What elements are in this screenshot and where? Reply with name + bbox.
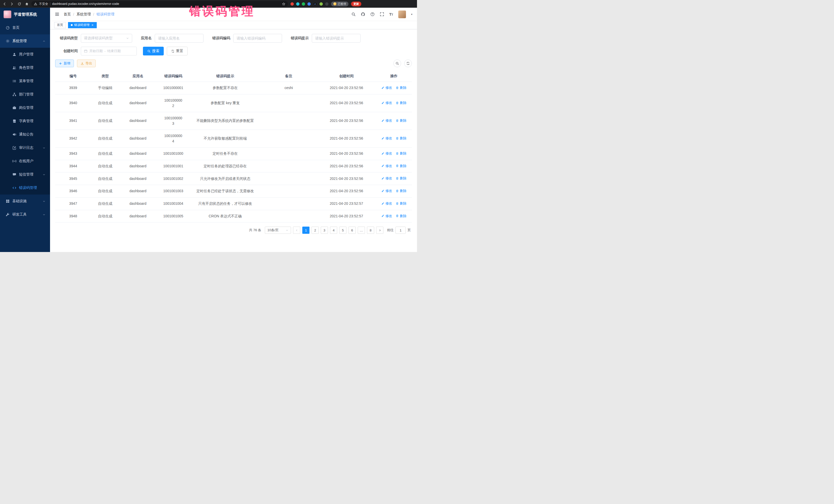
sidebar-item-users[interactable]: 用户管理 <box>0 48 50 61</box>
chrome-update-button[interactable]: 更新 <box>351 2 361 6</box>
refresh-table-button[interactable] <box>404 60 412 67</box>
sidebar-item-home[interactable]: 首页 <box>0 21 50 35</box>
sidebar-item-notice[interactable]: 通知公告 <box>0 128 50 141</box>
page-button-8[interactable]: 8 <box>367 226 374 234</box>
sidebar-item-menus[interactable]: 菜单管理 <box>0 74 50 88</box>
wrench-icon <box>6 213 10 217</box>
page-button-4[interactable]: 4 <box>330 226 337 234</box>
sidebar-item-dictionary[interactable]: 字典管理 <box>0 114 50 128</box>
prev-page-button[interactable] <box>293 226 300 234</box>
back-icon[interactable] <box>3 2 6 6</box>
forward-icon[interactable] <box>10 2 14 6</box>
breadcrumb-system[interactable]: 系统管理 <box>76 12 91 17</box>
breadcrumb-home[interactable]: 首页 <box>64 12 71 17</box>
delete-button[interactable]: 删除 <box>396 85 407 90</box>
browser-home-icon[interactable] <box>25 2 29 6</box>
hamburger-icon[interactable] <box>54 12 60 17</box>
sidebar-item-error-code[interactable]: 错误码管理 <box>0 181 50 195</box>
avatar-caret-icon[interactable]: ▾ <box>411 13 412 16</box>
cell-time: 2021-04-20 23:52:56 <box>317 112 376 130</box>
close-icon[interactable] <box>91 24 94 26</box>
sidebar-item-infrastructure[interactable]: 基础设施 <box>0 195 50 208</box>
cell-actions: 修改 删除 <box>376 197 412 210</box>
tag-home[interactable]: 首页 <box>54 22 66 28</box>
help-icon[interactable] <box>370 12 375 17</box>
error-code-table: 编号 类型 应用名 错误码编码 错误码提示 备注 创建时间 操作 3939 手动… <box>55 71 412 222</box>
export-button[interactable]: 导出 <box>77 60 96 67</box>
delete-button[interactable]: 删除 <box>396 176 407 181</box>
page-button-3[interactable]: 3 <box>321 226 328 234</box>
page-ellipsis-button[interactable]: … <box>358 226 365 234</box>
sidebar-item-departments[interactable]: 部门管理 <box>0 88 50 101</box>
reset-button[interactable]: 重置 <box>167 47 188 56</box>
trash-icon <box>396 101 399 105</box>
fullscreen-icon[interactable] <box>380 12 384 17</box>
edit-button[interactable]: 修改 <box>381 136 392 141</box>
sidebar-item-roles[interactable]: 角色管理 <box>0 61 50 74</box>
delete-button[interactable]: 删除 <box>396 201 407 206</box>
goto-page-input[interactable] <box>395 226 406 234</box>
sidebar-item-dev-tools[interactable]: 研发工具 <box>0 208 50 221</box>
edit-button[interactable]: 修改 <box>381 100 392 106</box>
filter-code-label: 错误码编码 <box>212 36 230 41</box>
font-size-icon[interactable]: TT <box>389 12 393 16</box>
extension-icon[interactable] <box>296 2 300 6</box>
sidebar-item-system[interactable]: 系统管理 <box>0 35 50 48</box>
delete-button[interactable]: 删除 <box>396 100 407 106</box>
extension-icon[interactable] <box>307 2 311 6</box>
error-code-input[interactable] <box>233 34 282 43</box>
delete-button[interactable]: 删除 <box>396 214 407 219</box>
extension-on-badge[interactable]: on <box>313 2 317 6</box>
cell-actions: 修改 删除 <box>376 94 412 112</box>
sidebar-item-positions[interactable]: 岗位管理 <box>0 101 50 114</box>
tag-error-code[interactable]: 错误码管理 <box>68 22 97 28</box>
table-row: 3942 自动生成 dashboard 100100000 4 不允许获取敏感配… <box>55 130 412 147</box>
delete-button[interactable]: 删除 <box>396 163 407 169</box>
app-name-input[interactable] <box>155 34 203 43</box>
delete-button[interactable]: 删除 <box>396 136 407 141</box>
edit-button[interactable]: 修改 <box>381 214 392 219</box>
next-page-button[interactable] <box>376 226 383 234</box>
extension-icon[interactable] <box>302 2 305 6</box>
edit-button[interactable]: 修改 <box>381 188 392 194</box>
profile-paused-badge[interactable]: 已暂停 <box>331 2 349 6</box>
edit-button[interactable]: 修改 <box>381 151 392 156</box>
table-row: 3946 自动生成 dashboard 1001001003 定时任务已经处于该… <box>55 185 412 198</box>
edit-button[interactable]: 修改 <box>381 118 392 123</box>
edit-button[interactable]: 修改 <box>381 85 392 90</box>
cell-type: 自动生成 <box>91 94 119 112</box>
github-icon[interactable] <box>361 12 365 17</box>
search-icon[interactable] <box>351 12 356 17</box>
reload-icon[interactable] <box>18 2 21 6</box>
extension-icon[interactable] <box>290 2 294 6</box>
page-button-2[interactable]: 2 <box>311 226 319 234</box>
error-type-select[interactable]: 请选择错误码类型 <box>81 34 132 43</box>
search-button[interactable]: 搜索 <box>143 47 164 56</box>
user-avatar[interactable] <box>398 10 406 18</box>
edit-button[interactable]: 修改 <box>381 176 392 181</box>
add-button[interactable]: 新增 <box>55 60 74 67</box>
sidebar-item-audit-log[interactable]: 审计日志 <box>0 141 50 154</box>
delete-button[interactable]: 删除 <box>396 118 407 123</box>
error-hint-input[interactable] <box>312 34 360 43</box>
sidebar-item-sms[interactable]: 短信管理 <box>0 168 50 181</box>
date-range-picker[interactable]: 开始日期 - 结束日期 <box>81 47 137 56</box>
search-icon <box>395 62 399 65</box>
edit-button[interactable]: 修改 <box>381 163 392 169</box>
cell-type: 自动生成 <box>91 172 119 185</box>
logo[interactable]: 芋道管理系统 <box>0 8 50 21</box>
page-size-select[interactable]: 10条/页 <box>265 226 291 234</box>
start-date-placeholder: 开始日期 <box>89 49 103 53</box>
extension-icon[interactable] <box>320 2 323 6</box>
delete-button[interactable]: 删除 <box>396 188 407 194</box>
edit-button[interactable]: 修改 <box>381 201 392 206</box>
page-button-5[interactable]: 5 <box>339 226 347 234</box>
page-button-1[interactable]: 1 <box>302 226 309 234</box>
sidebar-item-online-users[interactable]: 在线用户 <box>0 154 50 168</box>
page-button-6[interactable]: 6 <box>349 226 356 234</box>
cell-app: dashboard <box>119 197 156 210</box>
toggle-search-button[interactable] <box>393 60 401 67</box>
bookmark-star-icon[interactable] <box>282 2 285 6</box>
extension-icon[interactable] <box>325 2 328 6</box>
delete-button[interactable]: 删除 <box>396 151 407 156</box>
